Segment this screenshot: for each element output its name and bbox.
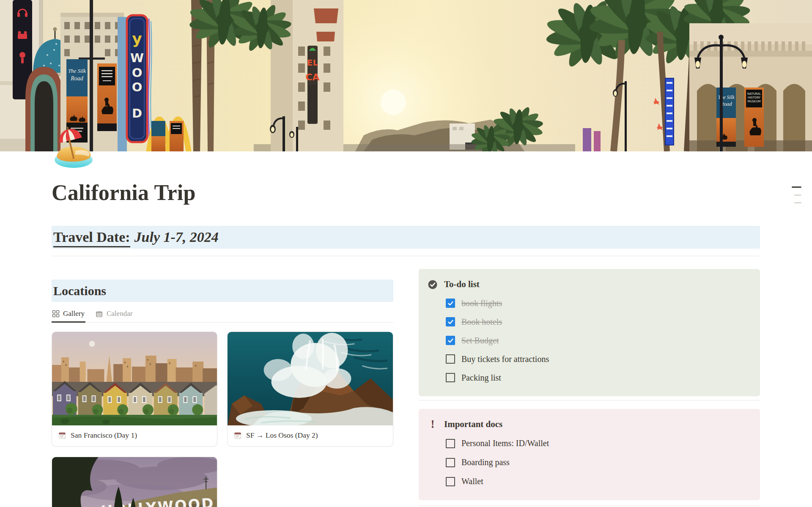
cover-scene: EL CA — [0, 0, 812, 151]
divider — [52, 256, 760, 256]
calendar-icon — [96, 310, 103, 318]
divider — [419, 400, 760, 400]
doc-item-boarding-pass[interactable]: Boarding pass — [446, 453, 750, 472]
silk-road-banner-right: The Silk Road — [716, 88, 736, 147]
tab-calendar[interactable]: Calendar — [95, 307, 133, 322]
svg-text:D: D — [132, 106, 142, 121]
card-caption-text: San Francisco (Day 1) — [71, 431, 137, 440]
notion-page: EL CA — [0, 0, 812, 507]
view-tabs: Gallery Calendar — [52, 307, 393, 323]
gallery-card-hollywood[interactable]: HOLLYWOOD — [52, 457, 217, 507]
svg-text:O: O — [132, 66, 143, 80]
todo-list: book flights Book hotels S — [428, 294, 750, 387]
todo-item-label: book flights — [461, 299, 502, 308]
checkbox-unchecked-icon[interactable] — [446, 373, 455, 382]
travel-date-value: July 1-7, 2024 — [134, 229, 219, 245]
travel-date-label: Travel Date: — [53, 229, 130, 247]
svg-text:EL: EL — [307, 58, 318, 68]
svg-text:Road: Road — [70, 75, 84, 82]
hollywood-neon-sign: y W O O D — [127, 15, 152, 142]
tab-gallery-label: Gallery — [63, 310, 85, 318]
card-caption: SF → Los Osos (Day 2) — [228, 425, 393, 446]
checkbox-unchecked-icon[interactable] — [446, 439, 455, 448]
svg-text:O: O — [132, 80, 143, 94]
notepad-icon — [233, 431, 242, 440]
page-content: California Trip Travel Date:July 1-7, 20… — [0, 179, 812, 507]
checkbox-checked-icon[interactable] — [446, 317, 455, 326]
checkbox-unchecked-icon[interactable] — [446, 477, 455, 486]
gallery-icon — [52, 310, 59, 317]
page-title[interactable]: California Trip — [52, 179, 760, 206]
todo-item-packing-list[interactable]: Packing list — [446, 368, 750, 387]
locations-heading: Locations — [52, 280, 393, 302]
todo-item-label: Book hotels — [461, 317, 502, 327]
hollywood-sign-image: HOLLYWOOD — [52, 457, 217, 507]
museum-banner-right: NATURAL HISTORY MUSEUM — [744, 88, 764, 147]
svg-text:y: y — [132, 30, 142, 47]
svg-text:W: W — [130, 51, 144, 65]
card-caption: San Francisco (Day 1) — [52, 425, 217, 446]
todo-item-label: Packing list — [461, 373, 501, 383]
doc-item-label: Personal Items: ID/Wallet — [461, 438, 549, 448]
todo-item-set-budget[interactable]: Set Budget — [446, 331, 750, 350]
svg-text:NATURAL: NATURAL — [747, 92, 761, 96]
todo-item-label: Buy tickets for attractions — [461, 354, 549, 364]
todo-item-buy-tickets[interactable]: Buy tickets for attractions — [446, 350, 750, 368]
gallery-card-san-francisco[interactable]: San Francisco (Day 1) — [52, 332, 217, 447]
checkbox-unchecked-icon[interactable] — [446, 458, 455, 467]
tab-gallery[interactable]: Gallery — [52, 307, 85, 323]
card-caption-text: SF → Los Osos (Day 2) — [246, 431, 318, 440]
travel-date-heading: Travel Date:July 1-7, 2024 — [52, 226, 760, 249]
svg-text:MUSEUM: MUSEUM — [747, 100, 760, 103]
svg-text:CA: CA — [305, 72, 319, 82]
checkbox-checked-icon[interactable] — [446, 336, 455, 345]
checkbox-unchecked-icon[interactable] — [446, 354, 455, 364]
important-docs-title: Important docs — [444, 419, 502, 430]
exclamation-icon: ! — [428, 419, 437, 430]
important-docs-callout: ! Important docs Personal Items: ID/Wall… — [419, 409, 760, 500]
beach-umbrella-icon — [52, 127, 95, 169]
san-francisco-image — [52, 332, 217, 425]
page-icon-beach-umbrella[interactable] — [52, 127, 95, 169]
check-circle-icon — [428, 279, 437, 290]
todo-item-book-hotels[interactable]: Book hotels — [446, 312, 750, 331]
todo-title: To-do list — [444, 279, 480, 290]
todo-callout: To-do list book flights — [419, 269, 760, 396]
todo-item-label: Set Budget — [461, 336, 499, 345]
gallery-grid: San Francisco (Day 1) — [52, 332, 393, 507]
doc-item-personal-items[interactable]: Personal Items: ID/Wallet — [446, 434, 750, 453]
svg-text:The Silk: The Silk — [68, 68, 86, 74]
checkbox-checked-icon[interactable] — [446, 299, 455, 308]
tab-calendar-label: Calendar — [107, 310, 132, 318]
important-docs-list: Personal Items: ID/Wallet Boarding pass … — [428, 434, 750, 491]
todo-item-book-flights[interactable]: book flights — [446, 294, 750, 312]
ocean-waves-image — [228, 332, 393, 425]
svg-text:HISTORY: HISTORY — [748, 96, 761, 99]
doc-item-label: Wallet — [461, 477, 483, 486]
cover-image[interactable]: EL CA — [0, 0, 812, 151]
doc-item-wallet[interactable]: Wallet — [446, 472, 750, 491]
museum-banner — [97, 63, 117, 131]
doc-item-label: Boarding pass — [461, 458, 510, 467]
notepad-icon — [58, 431, 66, 440]
gallery-card-sf-los-osos[interactable]: SF → Los Osos (Day 2) — [227, 332, 393, 447]
divider — [419, 506, 760, 506]
